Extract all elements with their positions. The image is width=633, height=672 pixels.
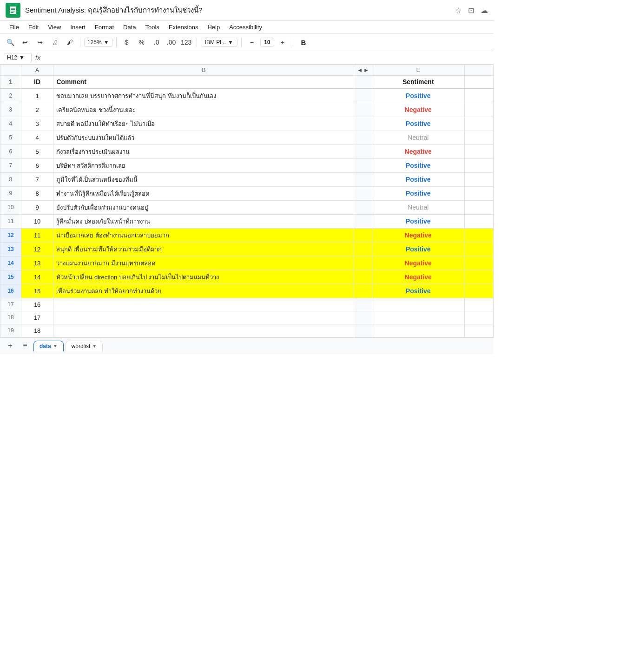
col-header-b[interactable]: B	[53, 65, 354, 76]
add-sheet-button[interactable]: +	[4, 339, 17, 352]
menu-view[interactable]: View	[44, 22, 65, 33]
menu-extensions[interactable]: Extensions	[165, 22, 202, 33]
tab-wordlist[interactable]: wordlist ▼	[66, 341, 103, 351]
number-format-button[interactable]: 123	[180, 36, 193, 49]
sentiment-cell[interactable]: Positive	[372, 172, 464, 186]
comment-cell[interactable]: สนุกดี เพื่อนร่วมทีมให้ความร่วมมือดีมาก	[53, 242, 354, 256]
col-header-e[interactable]: E	[372, 65, 464, 76]
print-button[interactable]: 🖨	[48, 36, 61, 49]
id-cell[interactable]: 3	[21, 117, 53, 131]
tab-data[interactable]: data ▼	[33, 341, 64, 351]
id-cell[interactable]: 11	[21, 228, 53, 242]
id-cell[interactable]: 2	[21, 103, 53, 117]
cell-reference[interactable]: H12 ▼	[4, 53, 32, 62]
comment-cell[interactable]: เครียดนิดหน่อย ช่วงนี้งานเยอะ	[53, 103, 354, 117]
cloud-icon[interactable]: ☁	[481, 6, 488, 15]
currency-button[interactable]: $	[120, 36, 133, 49]
header-extra-cell	[464, 76, 493, 89]
comment-cell[interactable]: ยังปรับตัวกับเพื่อนร่วมงานบางคนอยู่	[53, 200, 354, 214]
search-button[interactable]: 🔍	[4, 36, 17, 49]
id-cell[interactable]: 7	[21, 172, 53, 186]
font-size-decrease-button[interactable]: −	[245, 36, 258, 49]
header-comment-cell[interactable]: Comment	[53, 76, 354, 89]
menu-insert[interactable]: Insert	[66, 22, 89, 33]
id-cell[interactable]: 16	[21, 298, 53, 311]
paint-format-button[interactable]: 🖌	[63, 36, 76, 49]
extra-cell	[464, 117, 493, 131]
sentiment-cell[interactable]: Negative	[372, 103, 464, 117]
undo-button[interactable]: ↩	[19, 36, 32, 49]
menu-data[interactable]: Data	[119, 22, 139, 33]
comment-cell[interactable]: ทำงานที่นี่รู้สึกเหมือนได้เรียนรู้ตลอด	[53, 186, 354, 200]
sentiment-cell[interactable]: Negative	[372, 256, 464, 270]
comment-cell[interactable]: สบายดี พอมีงานให้ทำเรื่อยๆ ไม่น่าเบื่อ	[53, 117, 354, 131]
sentiment-cell[interactable]: Positive	[372, 284, 464, 298]
id-cell[interactable]: 15	[21, 284, 53, 298]
header-id-cell[interactable]: ID	[21, 76, 53, 89]
decimal-increase-button[interactable]: .00	[165, 36, 178, 49]
sentiment-cell[interactable]: Positive	[372, 242, 464, 256]
id-cell[interactable]: 12	[21, 242, 53, 256]
sentiment-cell[interactable]: Neutral	[372, 200, 464, 214]
nav-right-icon[interactable]: ►	[363, 67, 369, 73]
comment-cell[interactable]: เพื่อนร่วมงานตลก ทำให้อยากทำงานด้วย	[53, 284, 354, 298]
redo-button[interactable]: ↪	[33, 36, 46, 49]
sentiment-cell[interactable]	[372, 324, 464, 337]
id-cell[interactable]: 17	[21, 311, 53, 324]
sentiment-cell[interactable]: Positive	[372, 158, 464, 172]
sentiment-cell[interactable]	[372, 298, 464, 311]
font-size-increase-button[interactable]: +	[276, 36, 289, 49]
sentiment-cell[interactable]: Negative	[372, 145, 464, 158]
comment-cell[interactable]: กังวลเรื่องการประเมินผลงาน	[53, 145, 354, 158]
comment-cell[interactable]: บริษัทฯ สวัสดิการดีมากเลย	[53, 158, 354, 172]
bold-button[interactable]: B	[297, 36, 310, 49]
font-selector[interactable]: IBM Pl... ▼	[201, 38, 237, 47]
formula-input[interactable]	[44, 54, 490, 61]
sheet-menu-button[interactable]: ≡	[19, 339, 32, 352]
id-cell[interactable]: 6	[21, 158, 53, 172]
id-cell[interactable]: 4	[21, 131, 53, 145]
menu-file[interactable]: File	[6, 22, 23, 33]
percent-button[interactable]: %	[135, 36, 148, 49]
id-cell[interactable]: 13	[21, 256, 53, 270]
id-cell[interactable]: 18	[21, 324, 53, 337]
comment-cell[interactable]: น่าเบื่อมากเลย ต้องทำงานนอกเวลาบ่อยมาก	[53, 228, 354, 242]
menu-help[interactable]: Help	[204, 22, 224, 33]
sentiment-cell[interactable]: Positive	[372, 186, 464, 200]
comment-cell[interactable]: ภูมิใจที่ได้เป็นส่วนหนึ่งของทีมนี้	[53, 172, 354, 186]
id-cell[interactable]: 1	[21, 89, 53, 103]
comment-cell[interactable]	[53, 298, 354, 311]
comment-cell[interactable]: ชอบมากเลย บรรยากาศการทำงานที่นี่สนุก ทีม…	[53, 89, 354, 103]
font-size-box[interactable]: 10	[260, 38, 274, 47]
comment-cell[interactable]	[53, 324, 354, 337]
folder-icon[interactable]: ⊡	[468, 6, 474, 15]
comment-cell[interactable]: ปรับตัวกับระบบงานใหม่ได้แล้ว	[53, 131, 354, 145]
id-cell[interactable]: 10	[21, 214, 53, 228]
id-cell[interactable]: 9	[21, 200, 53, 214]
sentiment-cell[interactable]: Negative	[372, 270, 464, 284]
col-header-a[interactable]: A	[21, 65, 53, 76]
comment-cell[interactable]: หัวหน้าเปลี่ยน direction บ่อยเกินไป งานไ…	[53, 270, 354, 284]
sentiment-cell[interactable]: Negative	[372, 228, 464, 242]
star-icon[interactable]: ☆	[455, 6, 462, 15]
document-title: Sentiment Analysis: คุณรู้สึกอย่างไรกับก…	[25, 5, 450, 16]
header-sentiment-cell[interactable]: Sentiment	[372, 76, 464, 89]
id-cell[interactable]: 5	[21, 145, 53, 158]
comment-cell[interactable]	[53, 311, 354, 324]
sentiment-cell[interactable]: Positive	[372, 89, 464, 103]
sentiment-cell[interactable]	[372, 311, 464, 324]
menu-tools[interactable]: Tools	[141, 22, 163, 33]
menu-format[interactable]: Format	[91, 22, 118, 33]
menu-accessibility[interactable]: Accessibility	[225, 22, 266, 33]
decimal-decrease-button[interactable]: .0	[150, 36, 163, 49]
zoom-control[interactable]: 125% ▼	[84, 38, 112, 47]
id-cell[interactable]: 14	[21, 270, 53, 284]
sentiment-cell[interactable]: Positive	[372, 214, 464, 228]
nav-left-icon[interactable]: ◄	[357, 67, 363, 73]
comment-cell[interactable]: รู้สึกมั่นคง ปลอดภัยในหน้าที่การงาน	[53, 214, 354, 228]
id-cell[interactable]: 8	[21, 186, 53, 200]
comment-cell[interactable]: วางแผนงานยากมาก มีงานแทรกตลอด	[53, 256, 354, 270]
sentiment-cell[interactable]: Neutral	[372, 131, 464, 145]
sentiment-cell[interactable]: Positive	[372, 117, 464, 131]
menu-edit[interactable]: Edit	[25, 22, 42, 33]
